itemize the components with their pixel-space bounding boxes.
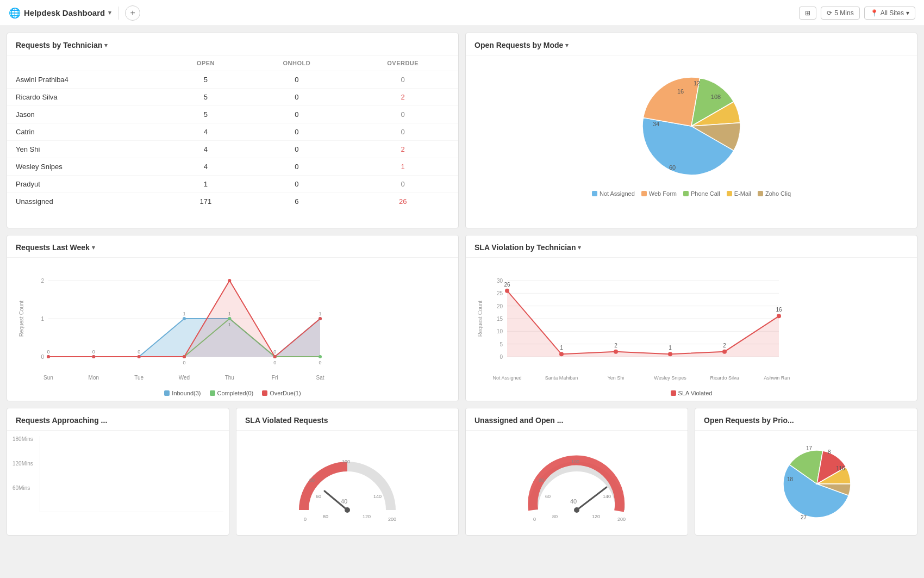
header-left: 🌐 Helpdesk Dashboard ▾ +: [9, 5, 140, 21]
prio-pie-svg: 116 27 18 17 8: [752, 435, 860, 527]
svg-text:100: 100: [342, 459, 350, 464]
legend-color: [683, 191, 689, 196]
unassigned-gauge-title[interactable]: Unassigned and Open ...: [475, 416, 563, 425]
svg-text:47: 47: [343, 525, 352, 526]
tech-overdue: 0: [347, 123, 458, 141]
svg-text:15: 15: [497, 316, 503, 322]
svg-point-77: [722, 350, 727, 354]
grid-icon: ⊞: [805, 9, 810, 17]
table-row: Unassigned 171 6 26: [7, 193, 458, 210]
sla-gauge-container: 0 100 200 40 80 120 60 140 80 47: [236, 431, 458, 535]
svg-point-43: [138, 355, 141, 358]
header: 🌐 Helpdesk Dashboard ▾ + ⊞ ⟳ 5 Mins 📍 Al…: [0, 0, 924, 26]
prio-header: Open Requests by Prio...: [695, 408, 917, 431]
svg-point-71: [559, 352, 564, 356]
title-chevron-icon: ▾: [108, 9, 111, 16]
svg-text:116: 116: [836, 465, 845, 471]
svg-text:80: 80: [323, 514, 328, 519]
svg-text:0: 0: [500, 354, 503, 360]
legend-item: Not Assigned: [592, 190, 635, 197]
svg-text:Request Count: Request Count: [477, 300, 483, 337]
svg-text:60: 60: [545, 494, 551, 499]
svg-text:60: 60: [669, 164, 676, 171]
mode-legend: Not AssignedWeb FormPhone CallE-MailZoho…: [592, 190, 791, 197]
open-requests-by-prio-card: Open Requests by Prio... 116 27 18 17 8: [695, 408, 917, 536]
tech-table-scroll[interactable]: OPEN ONHOLD OVERDUE Aswini Prathiba4 5 0…: [7, 55, 458, 210]
sla-chart-wrapper: 051015202530Request CountNot AssignedSan…: [466, 258, 917, 388]
tech-onhold: 0: [246, 89, 347, 106]
svg-point-42: [92, 355, 95, 358]
svg-text:16: 16: [677, 88, 684, 95]
svg-text:12: 12: [694, 80, 700, 86]
tech-name: Pradyut: [7, 176, 166, 193]
tech-table: OPEN ONHOLD OVERDUE Aswini Prathiba4 5 0…: [7, 55, 458, 210]
svg-text:120: 120: [363, 514, 371, 519]
refresh-button[interactable]: ⟳ 5 Mins: [821, 7, 859, 20]
svg-text:1: 1: [319, 311, 321, 316]
svg-text:8: 8: [828, 449, 831, 455]
svg-text:Ricardo Silva: Ricardo Silva: [710, 375, 739, 381]
grid-button[interactable]: ⊞: [799, 7, 816, 20]
y-label-60: 60Mins: [13, 485, 30, 491]
svg-text:27: 27: [801, 514, 807, 520]
svg-text:0: 0: [273, 360, 276, 365]
legend-color: [592, 191, 597, 196]
table-row: Catrin 4 0 0: [7, 123, 458, 141]
svg-point-39: [319, 355, 322, 358]
sites-dropdown[interactable]: 📍 All Sites ▾: [864, 7, 915, 20]
refresh-icon: ⟳: [827, 9, 832, 17]
svg-text:Santa Mahiban: Santa Mahiban: [545, 375, 578, 381]
tech-open: 4: [166, 123, 246, 141]
add-dashboard-button[interactable]: +: [125, 5, 140, 21]
svg-text:Ashwin Ran...: Ashwin Ran...: [764, 375, 790, 381]
week-card-title[interactable]: Requests Last Week ▾: [16, 243, 95, 252]
globe-icon: 🌐: [9, 7, 21, 19]
table-row: Pradyut 1 0 0: [7, 176, 458, 193]
svg-text:2: 2: [41, 278, 44, 284]
svg-text:1: 1: [560, 345, 563, 351]
legend-item: OverDue(1): [262, 390, 301, 396]
svg-point-47: [319, 317, 322, 320]
tech-open: 4: [166, 141, 246, 158]
tech-overdue: 2: [347, 141, 458, 158]
approaching-title[interactable]: Requests Approaching ...: [16, 416, 107, 425]
svg-point-82: [345, 507, 350, 513]
svg-text:34: 34: [653, 121, 659, 127]
tech-onhold: 6: [246, 193, 347, 210]
week-legend: Inbound(3)Completed(0)OverDue(1): [7, 388, 458, 401]
svg-text:17: 17: [806, 445, 813, 451]
approaching-chart: 180Mins 120Mins 60Mins: [7, 431, 229, 518]
svg-text:Thu: Thu: [225, 375, 234, 381]
svg-text:Fri: Fri: [272, 375, 278, 381]
tech-card-header: Requests by Technician ▾: [7, 33, 458, 55]
svg-point-79: [777, 314, 781, 318]
header-right: ⊞ ⟳ 5 Mins 📍 All Sites ▾: [799, 7, 915, 20]
svg-text:0: 0: [138, 349, 140, 355]
svg-point-41: [47, 355, 50, 358]
sla-title-chevron: ▾: [578, 244, 581, 251]
week-line-chart: 012Request CountSunMonTueWedThuFriSat000…: [16, 264, 331, 384]
sla-violation-card: SLA Violation by Technician ▾ 0510152025…: [465, 235, 917, 401]
mode-card-header: Open Requests by Mode ▾: [466, 33, 917, 55]
sla-gauge-title[interactable]: SLA Violated Requests: [245, 416, 328, 425]
table-row: Ricardo Silva 5 0 2: [7, 89, 458, 106]
tech-onhold: 0: [246, 123, 347, 141]
svg-text:Not Assigned: Not Assigned: [492, 375, 521, 381]
svg-text:26: 26: [504, 282, 510, 288]
tech-card-title[interactable]: Requests by Technician ▾: [16, 41, 108, 49]
table-row: Aswini Prathiba4 5 0 0: [7, 71, 458, 89]
svg-line-93: [577, 487, 607, 510]
svg-text:0: 0: [41, 354, 44, 360]
sla-card-title[interactable]: SLA Violation by Technician ▾: [475, 243, 581, 252]
tech-onhold: 0: [246, 71, 347, 89]
location-icon: 📍: [870, 9, 878, 17]
approaching-plot: [40, 436, 223, 512]
mode-card-title[interactable]: Open Requests by Mode ▾: [475, 41, 569, 49]
app-title[interactable]: 🌐 Helpdesk Dashboard ▾: [9, 7, 111, 19]
svg-text:0: 0: [273, 349, 276, 355]
svg-text:100: 100: [571, 459, 579, 464]
svg-text:Sat: Sat: [316, 375, 324, 381]
tech-overdue: 2: [347, 89, 458, 106]
prio-title[interactable]: Open Requests by Prio...: [704, 416, 794, 425]
svg-point-73: [614, 350, 618, 354]
